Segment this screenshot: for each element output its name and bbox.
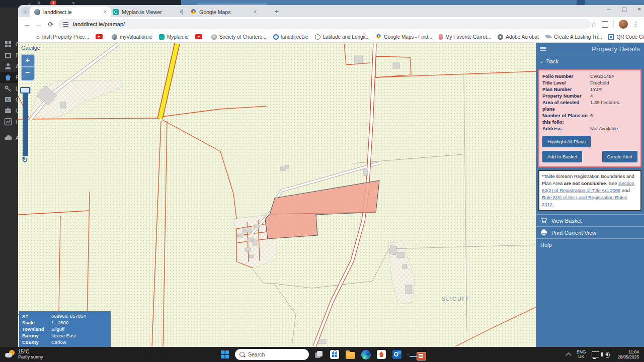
speaker-icon[interactable] — [605, 352, 608, 356]
disclaimer-box: *Tailte Éireann Registration Boundaries … — [538, 170, 641, 211]
print-current-view-button[interactable]: Print Current View — [536, 226, 644, 238]
property-app-button[interactable] — [376, 349, 387, 360]
bookmark-carrot[interactable]: My Favorite Carrot... — [439, 34, 491, 40]
chart-icon — [4, 118, 12, 126]
tab-search-button[interactable]: ⌄ — [21, 7, 30, 16]
plan-number: 1YJR — [590, 86, 602, 93]
bookmark-irish-property[interactable]: ⌂Irish Property Price... — [36, 34, 89, 40]
back-icon[interactable]: ← — [21, 21, 33, 28]
floating-window-icon[interactable] — [417, 352, 426, 360]
sidebar-item-7[interactable]: Re — [0, 116, 18, 127]
bookmark-myvaluation[interactable]: myValuation.ie — [112, 34, 152, 40]
save-share-icon[interactable] — [602, 21, 608, 28]
minimize-button[interactable]: – — [607, 6, 610, 13]
file-explorer-button[interactable] — [345, 349, 356, 360]
xy-value: 669966, 657054 — [51, 313, 86, 319]
sidebar-item-3-active[interactable]: Pr — [0, 72, 18, 83]
edge-button[interactable] — [360, 349, 371, 360]
county-value: Carlow — [51, 339, 66, 345]
zoom-out-button[interactable]: − — [21, 67, 35, 81]
sidebar-item-0[interactable]: O — [0, 39, 18, 50]
calendar-icon — [4, 51, 12, 59]
bookmark-youtube-1[interactable] — [96, 34, 105, 39]
bookmark-qr[interactable]: QR Code Generator... — [608, 34, 644, 40]
sidebar-item-2[interactable]: Ap — [0, 61, 18, 72]
cart-icon — [540, 217, 547, 224]
sidebar-item-6[interactable]: Co — [0, 105, 18, 116]
zoom-slider-handle[interactable] — [20, 87, 30, 94]
bookmark-youtube-2[interactable] — [195, 34, 205, 39]
map-pin-icon — [376, 34, 381, 40]
refresh-icon[interactable]: ↻ — [22, 155, 28, 164]
scale-value: 1 : 2500 — [51, 319, 68, 326]
landdirect-favicon — [34, 9, 40, 15]
chrome-button-active[interactable] — [407, 353, 409, 355]
society-icon — [211, 34, 217, 40]
sidebar-item-5[interactable]: Co — [0, 94, 18, 105]
cloud-icon — [4, 134, 12, 142]
back-button[interactable]: › Back — [536, 55, 644, 67]
weather-icon — [5, 350, 15, 359]
tab-google-maps[interactable]: Google Maps × — [187, 7, 261, 17]
bookmark-latlong[interactable]: Latitude and Longit... — [315, 34, 370, 40]
task-view-button[interactable] — [313, 349, 325, 360]
tray-chevron-icon[interactable] — [566, 352, 571, 358]
notification-badge[interactable]: 1 — [50, 1, 56, 5]
carrot-icon — [439, 34, 443, 40]
sidebar-item-1[interactable]: Di — [0, 50, 18, 61]
zoom-in-button[interactable]: + — [21, 54, 35, 67]
bookmark-lasting[interactable]: Create A Lasting Tri... — [545, 34, 602, 40]
tab-myplan[interactable]: Myplan.ie Viewer × — [109, 7, 186, 17]
sidebar-item-4[interactable]: Le — [0, 83, 18, 94]
bookmarks-bar: ⌂Irish Property Price... myValuation.ie … — [18, 31, 644, 43]
link-rule-8[interactable]: Rule 8(3) of the Land Registration Rules… — [542, 195, 627, 207]
maximize-button[interactable]: ▢ — [621, 6, 626, 13]
zoom-slider-track[interactable] — [23, 91, 28, 156]
network-icon[interactable] — [592, 351, 599, 357]
new-tab-button[interactable]: + — [273, 8, 281, 16]
add-to-basket-button[interactable]: Add to Basket — [542, 151, 582, 162]
outlook-button[interactable] — [391, 349, 403, 360]
bookmark-society[interactable]: Society of Chartere... — [211, 34, 267, 40]
profile-avatar[interactable] — [619, 20, 628, 29]
close-button[interactable]: × — [638, 6, 641, 13]
language-toggle[interactable]: Gaeilge — [21, 45, 40, 51]
close-tab-icon[interactable]: × — [104, 9, 107, 15]
address-bar[interactable]: landdirect.ie/pramap/ — [58, 19, 591, 29]
bookmark-gmaps[interactable]: Google Maps - Find... — [376, 34, 432, 40]
folder-icon — [346, 352, 355, 359]
map-viewport[interactable]: Gaeilge + − ↻ XY669966, 657054 Scale1 : … — [18, 43, 536, 347]
close-tab-icon[interactable]: × — [254, 9, 257, 15]
app-window-control[interactable] — [577, 0, 585, 5]
start-button[interactable] — [219, 349, 230, 360]
bookmark-acrobat[interactable]: Adobe Acrobat — [498, 34, 539, 40]
taskbar-weather-widget[interactable]: 15°CPartly sunny — [0, 349, 43, 359]
taskbar-search[interactable]: Search — [235, 349, 309, 360]
myplan-icon — [159, 34, 165, 40]
tab-landdirect[interactable]: landdirect.ie × — [30, 7, 111, 17]
forward-icon[interactable]: → — [33, 21, 44, 28]
highlight-all-plans-button[interactable]: Highlight All Plans — [542, 136, 591, 147]
create-alert-button[interactable]: Create Alert — [602, 151, 637, 162]
microsoft-store-button[interactable] — [329, 349, 340, 360]
window-controls: – ▢ × — [607, 6, 641, 13]
house-app-icon — [377, 350, 386, 359]
help-button[interactable]: Help — [536, 238, 644, 250]
browser-toolbar: ← → ⟳ landdirect.ie/pramap/ ☆ ⋮ — [18, 17, 644, 31]
view-basket-button[interactable]: View Basket — [536, 214, 644, 226]
language-indicator[interactable]: ENGUK — [577, 350, 586, 359]
key-icon — [4, 84, 12, 93]
reload-icon[interactable]: ⟳ — [45, 21, 56, 28]
bookmark-myplan[interactable]: Myplan.ie — [159, 34, 189, 40]
bookmark-landdirect[interactable]: landdirect.ie — [273, 34, 308, 40]
sidebar-item-8[interactable]: Ap — [0, 132, 18, 143]
zoom-controls: + − — [21, 54, 35, 81]
browser-menu-icon[interactable]: ⋮ — [633, 21, 639, 28]
clock[interactable]: 11:0428/05/2025 — [617, 349, 639, 359]
system-tray: ENGUK 11:0428/05/2025 — [567, 349, 644, 359]
site-settings-icon[interactable] — [63, 22, 69, 27]
hamburger-icon[interactable] — [540, 47, 546, 51]
plans-count: 6 — [590, 112, 593, 125]
google-maps-favicon — [191, 9, 196, 15]
bookmark-star-icon[interactable]: ☆ — [591, 21, 597, 28]
